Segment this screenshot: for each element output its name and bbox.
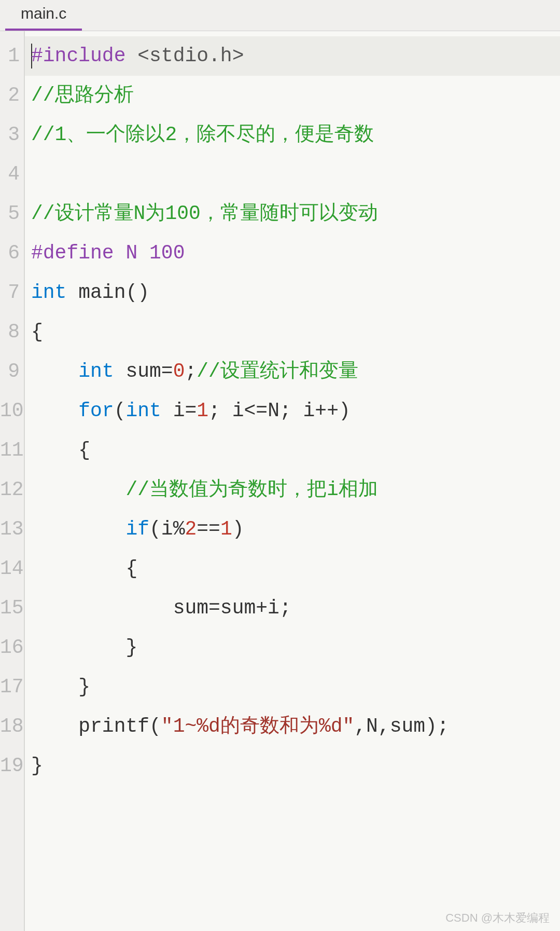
line-number: 11 <box>0 431 24 470</box>
code-line[interactable]: if(i%2==1) <box>31 510 560 549</box>
tab-bar: main.c <box>0 0 560 31</box>
code-line[interactable]: sum=sum+i; <box>31 588 560 628</box>
line-number: 16 <box>0 628 24 667</box>
line-number: 2 <box>0 76 24 115</box>
code-line[interactable]: { <box>31 312 560 352</box>
line-number: 3 <box>0 115 24 155</box>
watermark: CSDN @木木爱编程 <box>445 910 550 926</box>
line-number-gutter: 1 2 3 4 5 6 7 8 9 10 11 12 13 14 15 16 1… <box>0 31 24 931</box>
code-line[interactable]: } <box>31 667 560 707</box>
line-number: 15 <box>0 588 24 628</box>
line-number: 17 <box>0 667 24 707</box>
line-number: 4 <box>0 155 24 194</box>
code-line[interactable]: { <box>31 431 560 470</box>
code-line[interactable]: //当数值为奇数时，把i相加 <box>31 470 560 510</box>
line-number: 7 <box>0 273 24 312</box>
tab-main-c[interactable]: main.c <box>5 0 82 31</box>
code-line[interactable]: { <box>31 549 560 588</box>
line-number: 13 <box>0 510 24 549</box>
code-editor[interactable]: 1 2 3 4 5 6 7 8 9 10 11 12 13 14 15 16 1… <box>0 31 560 931</box>
line-number: 18 <box>0 707 24 746</box>
line-number: 8 <box>0 312 24 352</box>
code-line[interactable]: //1、一个除以2，除不尽的，便是奇数 <box>31 115 560 155</box>
code-line[interactable]: } <box>31 628 560 667</box>
line-number: 19 <box>0 746 24 786</box>
code-line[interactable]: for(int i=1; i<=N; i++) <box>31 391 560 431</box>
code-area[interactable]: #include <stdio.h> //思路分析 //1、一个除以2，除不尽的… <box>24 31 560 931</box>
code-line[interactable]: //思路分析 <box>31 76 560 115</box>
code-line[interactable]: int main() <box>31 273 560 312</box>
code-line[interactable]: printf("1~%d的奇数和为%d",N,sum); <box>31 707 560 746</box>
line-number: 9 <box>0 352 24 391</box>
code-line[interactable]: #define N 100 <box>31 234 560 273</box>
code-line[interactable] <box>31 155 560 194</box>
line-number: 14 <box>0 549 24 588</box>
code-line[interactable]: #include <stdio.h> <box>25 36 560 76</box>
line-number: 1 <box>0 36 24 76</box>
line-number: 5 <box>0 194 24 234</box>
code-line[interactable]: } <box>31 746 560 786</box>
code-line[interactable]: //设计常量N为100，常量随时可以变动 <box>31 194 560 234</box>
code-line[interactable]: int sum=0;//设置统计和变量 <box>31 352 560 391</box>
line-number: 6 <box>0 234 24 273</box>
line-number: 10 <box>0 391 24 431</box>
line-number: 12 <box>0 470 24 510</box>
